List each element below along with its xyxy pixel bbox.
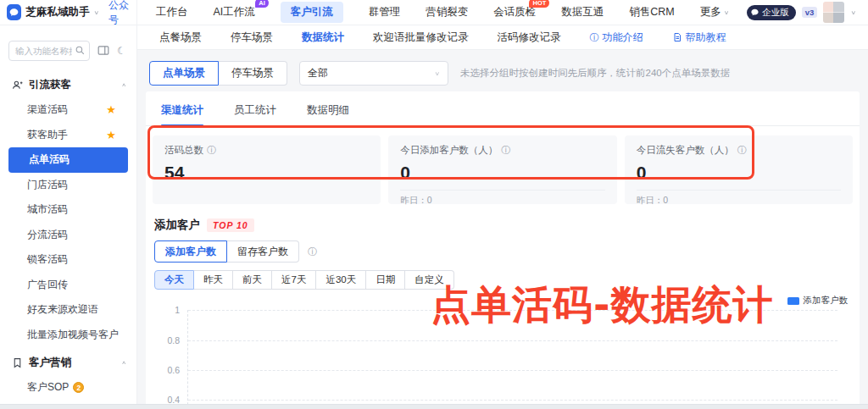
- stat-value: 0: [400, 163, 604, 183]
- statistics-tabs: 渠道统计 员工统计 数据明细: [146, 91, 860, 126]
- horizontal-scrollbar[interactable]: [0, 404, 868, 409]
- sidebar-item-store-livecode[interactable]: 门店活码: [0, 173, 136, 198]
- bookmark-icon: [12, 357, 23, 368]
- chart-legend[interactable]: 添加客户数: [787, 295, 849, 307]
- subtab-parking-scene[interactable]: 停车场景: [231, 30, 273, 45]
- chart-y-axis: [187, 310, 188, 409]
- app-logo-icon: [7, 4, 21, 20]
- group-note-text: 未选择分组时按创建时间先后顺序，统计前240个点单场景数据: [460, 67, 730, 80]
- topnav-item-chat-inspection[interactable]: 会话质检 HOT: [493, 5, 536, 19]
- brand-chevron-down-icon[interactable]: ∨: [93, 9, 99, 15]
- star-icon[interactable]: ★: [106, 103, 116, 116]
- info-circle-icon[interactable]: ⓘ: [737, 146, 747, 155]
- metric-toggle-row: 添加客户数 留存客户数 ⓘ: [146, 233, 860, 263]
- topnav-item-customer-acquisition[interactable]: 客户引流: [281, 2, 343, 23]
- account-area: 企业版 v3 ∨: [747, 2, 868, 23]
- topnav-item-marketing-fission[interactable]: 营销裂变: [426, 5, 468, 19]
- topnav-item-group-management[interactable]: 群管理: [369, 5, 401, 19]
- add-customer-chart: 添加客户数 1 0.8 0.6 0.4: [153, 295, 853, 409]
- section-title: 添加客户: [154, 218, 200, 233]
- select-chevron-down-icon: ∨: [434, 70, 440, 76]
- sidebar-item-split-livecode[interactable]: 分流活码: [0, 223, 136, 248]
- person-plus-icon: [12, 80, 23, 91]
- sidebar-section-customer-marketing[interactable]: 客户营销 ∧: [0, 347, 136, 375]
- time-filter-day-before[interactable]: 前天: [233, 270, 272, 290]
- sidebar-item-lock-livecode[interactable]: 锁客活码: [0, 247, 136, 273]
- plan-badge: 企业版: [747, 5, 796, 20]
- info-circle-icon[interactable]: ⓘ: [501, 146, 510, 155]
- account-chevron-down-icon[interactable]: ∨: [850, 9, 856, 15]
- topnav-item-ai-workflow[interactable]: AI工作流 AI: [214, 5, 255, 19]
- feature-intro-link[interactable]: ⓘ 功能介绍: [590, 30, 643, 45]
- search-icon: [75, 45, 86, 56]
- version-badge: v3: [802, 7, 818, 18]
- info-circle-icon[interactable]: ⓘ: [308, 247, 317, 257]
- ai-badge: AI: [255, 0, 269, 8]
- sidebar-item-friend-source-welcome[interactable]: 好友来源欢迎语: [0, 297, 136, 323]
- scene-toggle-order[interactable]: 点单场景: [149, 61, 219, 86]
- sidebar-item-customer-sop[interactable]: 客户SOP 2: [0, 375, 136, 401]
- main-content: 点单场景 停车场景 全部 ∨ 未选择分组时按创建时间先后顺序，统计前240个点单…: [137, 50, 868, 409]
- topnav-item-workbench[interactable]: 工作台: [156, 5, 188, 19]
- info-circle-icon[interactable]: ⓘ: [207, 146, 216, 155]
- scene-toggle-parking[interactable]: 停车场景: [219, 61, 287, 86]
- subtab-livecode-change-log[interactable]: 活码修改记录: [498, 30, 561, 45]
- metric-toggle: 添加客户数 留存客户数: [154, 240, 299, 263]
- time-filter-date[interactable]: 日期: [366, 270, 405, 290]
- official-account-link[interactable]: 公众号: [108, 0, 136, 27]
- sidebar-item-ad-callback[interactable]: 广告回传: [0, 273, 136, 298]
- sidebar-item-city-livecode[interactable]: 城市活码: [0, 197, 136, 223]
- time-filter-30days[interactable]: 近30天: [316, 270, 366, 290]
- hot-badge: HOT: [529, 0, 549, 8]
- sidebar-item-channel-livecode[interactable]: 渠道活码 ★: [0, 97, 136, 123]
- sidebar-section-acquisition[interactable]: 引流获客 ∧: [0, 69, 136, 97]
- subtab-ordering-scene[interactable]: 点餐场景: [159, 30, 202, 45]
- help-tutorial-link[interactable]: 帮助教程: [672, 30, 726, 45]
- statistics-card: 渠道统计 员工统计 数据明细 活码总数 ⓘ 54 今日添加客户数（人） ⓘ: [146, 91, 860, 409]
- topnav-item-data-exchange[interactable]: 数据互通: [561, 5, 604, 19]
- top-navbar: 芝麻私域助手 ∨ 公众号 工作台 AI工作流 AI 客户引流 群管理 营销裂变 …: [0, 0, 868, 25]
- sidebar-item-batch-add-channels-customer[interactable]: 批量添加视频号客户: [0, 323, 136, 348]
- document-icon: [672, 32, 682, 42]
- sidebar-item-acquisition-assistant[interactable]: 获客助手 ★: [0, 123, 136, 148]
- brand-area[interactable]: 芝麻私域助手 ∨ 公众号: [0, 0, 137, 25]
- stat-cards: 活码总数 ⓘ 54 今日添加客户数（人） ⓘ 0 昨日：0 今: [146, 126, 860, 204]
- time-filter-7days[interactable]: 近7天: [272, 270, 316, 290]
- metric-toggle-retained[interactable]: 留存客户数: [227, 240, 299, 263]
- sidebar: ☾ 引流获客 ∧ 渠道活码 ★ 获客助手 ★ 点单活码 门店活码 城市活码 分流…: [0, 25, 137, 409]
- group-select[interactable]: 全部 ∨: [299, 61, 448, 86]
- stat-value: 0: [637, 163, 841, 183]
- section-caret-up-icon[interactable]: ∧: [121, 82, 126, 87]
- info-circle-icon: ⓘ: [590, 33, 599, 42]
- stat-card-total-livecodes: 活码总数 ⓘ 54: [153, 135, 381, 204]
- tab-staff-stats[interactable]: 员工统计: [234, 103, 276, 125]
- stat-value: 54: [164, 163, 369, 183]
- stat-yesterday: 昨日：0: [637, 191, 841, 207]
- top-menu: 工作台 AI工作流 AI 客户引流 群管理 营销裂变 会话质检 HOT 数据互通…: [137, 2, 747, 23]
- time-filter-today[interactable]: 今天: [154, 270, 194, 290]
- stat-card-added-today: 今日添加客户数（人） ⓘ 0 昨日：0: [388, 135, 616, 204]
- section-caret-up-icon[interactable]: ∧: [121, 360, 126, 365]
- stat-card-lost-today: 今日流失客户数（人） ⓘ 0 昨日：0: [625, 135, 853, 204]
- top10-badge: TOP 10: [207, 218, 254, 232]
- filter-row: 点单场景 停车场景 全部 ∨ 未选择分组时按创建时间先后顺序，统计前240个点单…: [137, 50, 868, 96]
- sidebar-search-row: ☾: [0, 25, 136, 69]
- user-avatar[interactable]: [823, 2, 844, 23]
- add-customer-section-header: 添加客户 TOP 10: [146, 204, 860, 233]
- subtab-welcome-batch-log[interactable]: 欢迎语批量修改记录: [373, 30, 469, 45]
- collapse-sidebar-icon[interactable]: [97, 45, 109, 58]
- time-filter-yesterday[interactable]: 昨天: [194, 270, 233, 290]
- metric-toggle-added[interactable]: 添加客户数: [154, 240, 227, 263]
- sop-version-badge: 2: [73, 382, 84, 393]
- topnav-item-more[interactable]: 更多 ∨: [700, 5, 730, 19]
- time-filter-group: 今天 昨天 前天 近7天 近30天 日期 自定义: [154, 270, 454, 290]
- search-box: [8, 41, 90, 61]
- star-icon[interactable]: ★: [106, 129, 116, 141]
- topnav-item-sales-crm[interactable]: 销售CRM: [629, 5, 674, 19]
- sidebar-item-order-livecode[interactable]: 点单活码: [8, 147, 128, 173]
- tab-data-detail[interactable]: 数据明细: [307, 103, 349, 125]
- time-filter-custom[interactable]: 自定义: [405, 270, 454, 290]
- subtab-data-statistics[interactable]: 数据统计: [302, 30, 344, 45]
- tab-channel-stats[interactable]: 渠道统计: [161, 103, 203, 125]
- dark-mode-moon-icon[interactable]: ☾: [117, 46, 126, 56]
